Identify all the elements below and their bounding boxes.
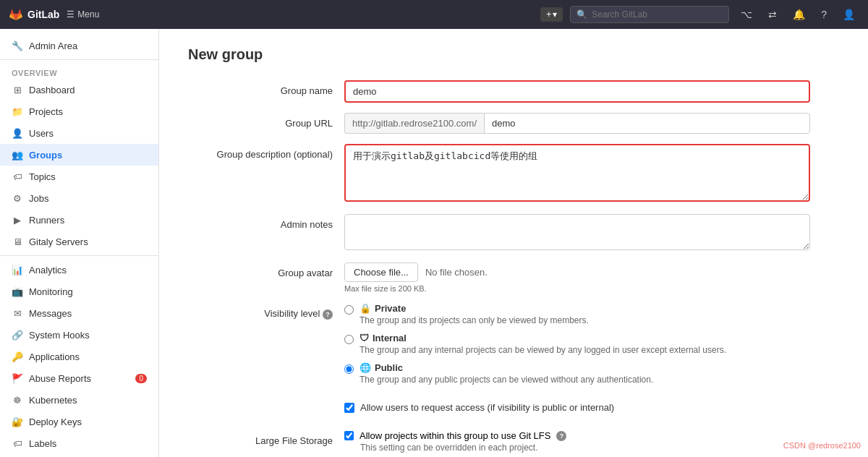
sidebar-item-admin-area[interactable]: 🔧 Admin Area bbox=[0, 35, 158, 56]
merge-request-icon[interactable]: ⇄ bbox=[764, 6, 781, 23]
dashboard-icon: ⊞ bbox=[12, 84, 23, 95]
sidebar-item-groups[interactable]: 👥 Groups bbox=[0, 144, 158, 166]
lfs-help-icon[interactable]: ? bbox=[556, 431, 566, 441]
group-desc-input-col: 用于演示gitlab及gitlabcicd等使用的组 bbox=[344, 144, 810, 204]
search-input[interactable] bbox=[592, 9, 723, 20]
runners-icon: ▶ bbox=[12, 214, 23, 226]
lfs-row: Large File Storage Allow projects within… bbox=[188, 430, 810, 453]
visibility-label: Visibility level ? bbox=[188, 303, 333, 320]
group-desc-row: Group description (optional) 用于演示gitlab及… bbox=[188, 144, 810, 204]
visibility-public: 🌐 Public The group and any public projec… bbox=[344, 362, 810, 385]
group-name-label: Group name bbox=[188, 80, 333, 96]
user-avatar[interactable]: 👤 bbox=[838, 6, 859, 23]
admin-notes-input[interactable] bbox=[344, 214, 810, 250]
visibility-private-title: 🔒 Private bbox=[359, 303, 589, 314]
sidebar-item-runners[interactable]: ▶ Runners bbox=[0, 209, 158, 231]
abuse-badge: 0 bbox=[135, 374, 147, 383]
lfs-controls: Allow projects within this group to use … bbox=[344, 430, 810, 453]
visibility-public-content: 🌐 Public The group and any public projec… bbox=[359, 362, 653, 385]
visibility-private-desc: The group and its projects can only be v… bbox=[359, 315, 589, 325]
gitaly-icon: 🖥 bbox=[12, 236, 23, 247]
group-name-input-col bbox=[344, 80, 810, 103]
visibility-public-title: 🌐 Public bbox=[359, 362, 653, 373]
messages-icon: ✉ bbox=[12, 307, 23, 319]
lfs-label: Large File Storage bbox=[188, 430, 333, 446]
no-file-text: No file chosen. bbox=[425, 267, 488, 278]
group-name-row: Group name bbox=[188, 80, 810, 103]
sidebar-item-system-hooks[interactable]: 🔗 System Hooks bbox=[0, 324, 158, 346]
sidebar-item-applications[interactable]: 🔑 Applications bbox=[0, 346, 158, 367]
sidebar-item-jobs[interactable]: ⚙ Jobs bbox=[0, 187, 158, 209]
group-desc-label: Group description (optional) bbox=[188, 144, 333, 160]
hooks-icon: 🔗 bbox=[12, 329, 23, 341]
group-desc-input[interactable]: 用于演示gitlab及gitlabcicd等使用的组 bbox=[344, 144, 810, 202]
sidebar-item-dashboard[interactable]: ⊞ Dashboard bbox=[0, 79, 158, 101]
sidebar-overview-label: Overview bbox=[0, 63, 158, 79]
visibility-internal-radio[interactable] bbox=[344, 335, 354, 344]
visibility-private-radio[interactable] bbox=[344, 305, 354, 315]
group-url-input-col: http://gitlab.redrose2100.com/ bbox=[344, 113, 810, 134]
admin-icon: 🔧 bbox=[12, 40, 23, 51]
menu-button[interactable]: ☰ Menu bbox=[67, 9, 99, 20]
group-url-label: Group URL bbox=[188, 113, 333, 129]
sidebar-item-abuse-reports[interactable]: 🚩 Abuse Reports 0 bbox=[0, 367, 158, 389]
visibility-public-radio[interactable] bbox=[344, 364, 354, 374]
deploy-keys-icon: 🔐 bbox=[12, 416, 23, 427]
choose-file-button[interactable]: Choose file... bbox=[344, 262, 418, 282]
sidebar-item-labels[interactable]: 🏷 Labels bbox=[0, 432, 158, 454]
applications-icon: 🔑 bbox=[12, 351, 23, 362]
sidebar-item-projects[interactable]: 📁 Projects bbox=[0, 101, 158, 122]
search-bar[interactable]: 🔍 bbox=[570, 6, 729, 23]
allow-access-checkbox-row: Allow users to request access (if visibi… bbox=[344, 402, 810, 413]
analytics-icon: 📊 bbox=[12, 264, 23, 276]
group-name-input[interactable] bbox=[344, 80, 810, 103]
visibility-internal-content: 🛡 Internal The group and any internal pr… bbox=[359, 333, 726, 355]
group-avatar-input-col: Choose file... No file chosen. Max file … bbox=[344, 262, 810, 293]
lfs-checkbox[interactable] bbox=[344, 431, 354, 440]
sidebar-item-monitoring[interactable]: 📺 Monitoring bbox=[0, 281, 158, 302]
sidebar-item-kubernetes[interactable]: ☸ Kubernetes bbox=[0, 389, 158, 411]
sidebar-item-gitaly-servers[interactable]: 🖥 Gitaly Servers bbox=[0, 231, 158, 252]
app-layout: 🔧 Admin Area Overview ⊞ Dashboard 📁 Proj… bbox=[0, 29, 868, 457]
sidebar-item-messages[interactable]: ✉ Messages bbox=[0, 302, 158, 324]
visibility-internal-desc: The group and any internal projects can … bbox=[359, 345, 726, 355]
create-new-button[interactable]: + ▾ bbox=[540, 7, 563, 22]
visibility-row: Visibility level ? 🔒 Private The group a… bbox=[188, 303, 810, 392]
projects-icon: 📁 bbox=[12, 106, 23, 117]
allow-access-row: Allow users to request access (if visibi… bbox=[188, 402, 810, 420]
admin-notes-input-col bbox=[344, 214, 810, 252]
shield-icon: 🛡 bbox=[359, 333, 369, 343]
users-icon: 👤 bbox=[12, 127, 23, 139]
allow-access-checkbox[interactable] bbox=[344, 403, 354, 413]
notification-icon[interactable]: 🔔 bbox=[788, 6, 809, 23]
sidebar-item-settings[interactable]: ⚙ Settings bbox=[0, 454, 158, 457]
avatar-controls: Choose file... No file chosen. bbox=[344, 262, 810, 282]
admin-notes-label: Admin notes bbox=[188, 214, 333, 230]
visibility-internal: 🛡 Internal The group and any internal pr… bbox=[344, 333, 810, 355]
globe-icon: 🌐 bbox=[359, 362, 371, 373]
sidebar-item-analytics[interactable]: 📊 Analytics bbox=[0, 259, 158, 281]
visibility-private: 🔒 Private The group and its projects can… bbox=[344, 303, 810, 325]
group-url-input[interactable] bbox=[484, 113, 810, 134]
visibility-options-col: 🔒 Private The group and its projects can… bbox=[344, 303, 810, 392]
page-title: New group bbox=[188, 46, 839, 63]
lfs-col: Allow projects within this group to use … bbox=[344, 430, 810, 453]
jobs-icon: ⚙ bbox=[12, 192, 23, 204]
new-group-form: Group name Group URL http://gitlab.redro… bbox=[188, 80, 810, 457]
visibility-public-desc: The group and any public projects can be… bbox=[359, 375, 653, 385]
visibility-help-icon[interactable]: ? bbox=[323, 309, 333, 320]
kubernetes-icon: ☸ bbox=[12, 394, 23, 406]
sidebar-item-users[interactable]: 👤 Users bbox=[0, 122, 158, 144]
groups-icon: 👥 bbox=[12, 149, 23, 161]
help-icon[interactable]: ? bbox=[817, 6, 831, 23]
lfs-checkbox-line: Allow projects within this group to use … bbox=[344, 430, 810, 441]
gitlab-logo[interactable]: GitLab bbox=[9, 7, 59, 22]
commit-icon[interactable]: ⌥ bbox=[736, 6, 757, 23]
sidebar: 🔧 Admin Area Overview ⊞ Dashboard 📁 Proj… bbox=[0, 29, 159, 457]
topics-icon: 🏷 bbox=[12, 171, 23, 182]
sidebar-item-topics[interactable]: 🏷 Topics bbox=[0, 166, 158, 187]
labels-icon: 🏷 bbox=[12, 437, 23, 449]
admin-notes-row: Admin notes bbox=[188, 214, 810, 252]
url-prefix: http://gitlab.redrose2100.com/ bbox=[344, 113, 484, 134]
sidebar-item-deploy-keys[interactable]: 🔐 Deploy Keys bbox=[0, 411, 158, 432]
